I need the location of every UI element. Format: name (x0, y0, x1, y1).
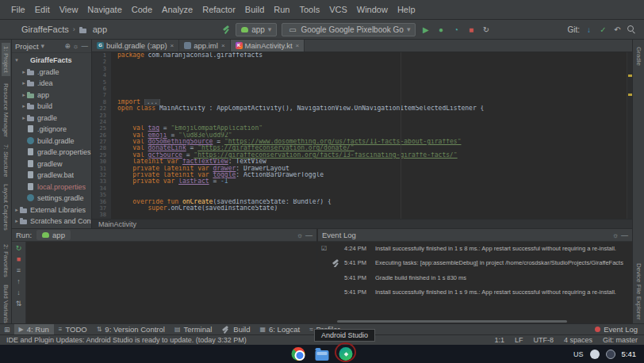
tree-item-giraffefacts[interactable]: ▾GiraffeFacts (12, 55, 91, 67)
code-line[interactable]: 35 (92, 192, 632, 198)
tree-item-app[interactable]: ▸app (12, 90, 91, 101)
git-update-icon[interactable]: ↓ (584, 25, 594, 34)
code-line[interactable]: 27 val doSomethingSource = "https://www.… (92, 139, 632, 145)
close-icon[interactable]: × (296, 42, 300, 49)
status-4-spaces[interactable]: 4 spaces (564, 336, 592, 344)
files-icon[interactable] (316, 350, 329, 361)
code-line[interactable]: 4 (92, 72, 632, 78)
code-line[interactable]: 30 lateinit var factTextView: TextView (92, 159, 632, 165)
line-number[interactable]: 35 (92, 192, 111, 198)
line-number[interactable]: 25 (92, 125, 111, 132)
build-hammer-icon[interactable] (222, 25, 231, 33)
code-line[interactable]: 2 (92, 59, 632, 65)
menu-help[interactable]: Help (393, 3, 420, 16)
locate-file-icon[interactable]: ⊕ (65, 42, 71, 50)
tree-item-build[interactable]: ▸build (12, 101, 91, 113)
code-line[interactable]: 7 (92, 92, 632, 98)
tree-item-gradlew[interactable]: gradlew (12, 159, 91, 170)
code-line[interactable]: 23 (92, 113, 632, 119)
code-line[interactable]: 29 val gcfSource = "https://giraffeconse… (92, 152, 632, 159)
tree-item-local-properties[interactable]: local.properties (12, 182, 91, 193)
code-line[interactable]: 5 (92, 79, 632, 86)
line-number[interactable]: 36 (92, 199, 111, 205)
tree-item-gitignore[interactable]: .gitignore (12, 124, 91, 136)
code-line[interactable]: 38 (92, 212, 632, 218)
close-icon[interactable]: × (171, 42, 174, 49)
warning-mark[interactable] (628, 94, 632, 96)
gear-icon[interactable]: ☼ (612, 231, 619, 239)
project-view-selector[interactable]: Project (15, 42, 39, 51)
code-line[interactable]: 32 private lateinit var toggle: ActionBa… (92, 172, 632, 178)
menu-edit[interactable]: Edit (30, 3, 55, 16)
editor-breadcrumb[interactable]: MainActivity (92, 219, 632, 228)
event-log-entry[interactable]: 5:41 PMInstall successfully finished in … (332, 288, 629, 296)
warning-mark[interactable] (628, 75, 632, 77)
status-1-1[interactable]: 1:1 (494, 336, 504, 344)
rerun-icon[interactable]: ↻ (14, 244, 24, 252)
event-log-button[interactable]: Event Log (595, 325, 644, 334)
tool-tab-todo[interactable]: ≡TODO (54, 324, 92, 334)
line-number[interactable]: 33 (92, 178, 111, 185)
clock[interactable]: 5:41 (622, 350, 637, 358)
line-number[interactable]: 23 (92, 113, 111, 119)
editor-tab-mainactivity-kt[interactable]: KMainActivity.kt× (231, 40, 305, 52)
status-utf-8[interactable]: UTF-8 (533, 336, 554, 344)
tool-button-7-structure[interactable]: 7: Structure (2, 144, 10, 177)
hide-panel-icon[interactable]: ― (82, 42, 89, 50)
menu-icon[interactable]: ≡ (14, 266, 24, 274)
menu-analyze[interactable]: Analyze (157, 3, 197, 16)
breadcrumb-project[interactable]: GiraffeFacts (21, 25, 69, 34)
tool-tab-4-run[interactable]: ▶4: Run (14, 324, 54, 334)
code-line[interactable]: 8import ... (92, 99, 632, 105)
run-button[interactable]: ▶ (420, 25, 431, 34)
debug-button[interactable]: ● (435, 25, 446, 34)
code-line[interactable]: 26 val emoji = "\ud83e\udd92" (92, 132, 632, 139)
tree-item-gradle-properties[interactable]: gradle.properties (12, 147, 91, 159)
line-number[interactable]: 5 (92, 79, 111, 86)
tree-item-gradle[interactable]: ▸gradle (12, 113, 91, 124)
line-number[interactable]: 24 (92, 119, 111, 125)
tool-button-gradle[interactable]: Gradle (635, 47, 642, 66)
expand-icon[interactable]: ⇅ (14, 300, 24, 308)
line-number[interactable]: 34 (92, 185, 111, 192)
line-number[interactable]: 2 (92, 59, 111, 65)
breadcrumb-class[interactable]: MainActivity (98, 220, 136, 228)
sync-icon[interactable]: ↻ (481, 25, 491, 34)
line-number[interactable]: 29 (92, 152, 111, 159)
line-number[interactable]: 7 (92, 92, 111, 98)
scrollbar[interactable] (337, 320, 567, 323)
line-number[interactable]: 32 (92, 172, 111, 178)
menu-vcs[interactable]: VCS (324, 3, 352, 16)
line-number[interactable]: 22 (92, 105, 111, 112)
window-icon[interactable]: ⊞ (0, 326, 14, 334)
tray-icon[interactable] (590, 350, 600, 359)
tool-button-resource-manager[interactable]: Resource Manager (2, 83, 10, 137)
gear-icon[interactable]: ☼ (73, 42, 79, 50)
profiler-button[interactable]: ◔ (450, 25, 461, 34)
menu-tools[interactable]: Tools (294, 3, 324, 16)
git-commit-icon[interactable]: ✓ (598, 25, 608, 34)
editor-tab-build-gradle-app[interactable]: Gbuild.gradle (:app)× (92, 40, 179, 52)
menu-file[interactable]: File (6, 3, 30, 16)
tool-tab-terminal[interactable]: ▤Terminal (170, 324, 217, 334)
tree-item-gradlew-bat[interactable]: gradlew.bat (12, 170, 91, 182)
code-line[interactable]: 33 private var lastFact = -1 (92, 178, 632, 185)
editor[interactable]: 1package com.naranjaconsal.giraffefacts2… (92, 52, 632, 219)
code-line[interactable]: 24 (92, 119, 632, 125)
line-number[interactable]: 28 (92, 145, 111, 151)
code-line[interactable]: 25 val tag = "EmojiCompatApplication" (92, 125, 632, 132)
search-icon[interactable] (627, 25, 636, 34)
keyboard-layout[interactable]: US (573, 350, 584, 358)
tool-button-layout-captures[interactable]: Layout Captures (2, 184, 10, 231)
scroll-up-icon[interactable]: ↑ (14, 277, 24, 285)
mark-read-icon[interactable]: ☑ (321, 245, 327, 252)
event-log-entry[interactable]: 5:41 PMExecuting tasks: [app:assembleDeb… (332, 259, 629, 267)
code-line[interactable]: 34 (92, 185, 632, 192)
tree-item-scratches-and-consoles[interactable]: ▸Scratches and Consoles (12, 216, 91, 227)
run-config-select[interactable]: app ▾ (236, 23, 277, 36)
event-log-entry[interactable]: 5:41 PMGradle build finished in 1 s 830 … (332, 274, 629, 281)
android-studio-icon[interactable] (339, 347, 353, 361)
tree-item-idea[interactable]: ▸.idea (12, 78, 91, 90)
menu-build[interactable]: Build (240, 3, 269, 16)
breadcrumb-module[interactable]: app (93, 25, 107, 34)
